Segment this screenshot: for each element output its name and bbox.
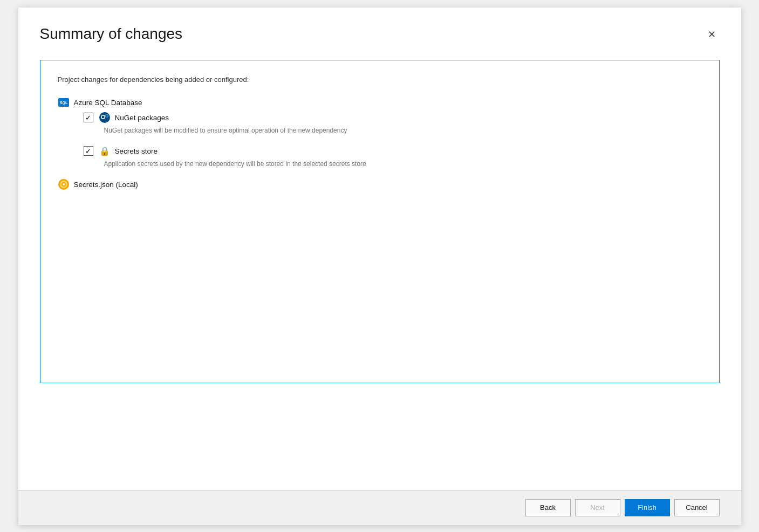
finish-button[interactable]: Finish xyxy=(625,499,670,516)
cancel-button[interactable]: Cancel xyxy=(674,499,720,516)
azure-sql-icon: SQL xyxy=(58,96,70,108)
close-button[interactable]: ✕ xyxy=(705,27,720,42)
nuget-icon xyxy=(99,112,111,123)
dialog-footer: Back Next Finish Cancel xyxy=(18,490,741,525)
dialog: Summary of changes ✕ Project changes for… xyxy=(18,8,741,525)
azure-sql-svg: SQL xyxy=(58,96,70,108)
secrets-checkbox[interactable]: ✓ xyxy=(84,146,93,156)
svg-point-10 xyxy=(63,183,65,185)
secrets-checkmark: ✓ xyxy=(85,148,91,155)
dialog-header: Summary of changes ✕ xyxy=(18,8,741,52)
secrets-row: ✓ 🔒 Secrets store xyxy=(84,145,702,157)
nuget-row: ✓ xyxy=(84,112,702,123)
svg-point-6 xyxy=(106,115,108,117)
nuget-description: NuGet packages will be modified to ensur… xyxy=(99,126,702,135)
secrets-json-item: Secrets.json (Local) xyxy=(58,178,702,190)
secrets-description: Application secrets used by the new depe… xyxy=(99,159,702,169)
secrets-store-icon: 🔒 xyxy=(99,145,111,157)
description-text: Project changes for dependencies being a… xyxy=(58,75,702,84)
dialog-title: Summary of changes xyxy=(40,25,183,43)
dialog-body: Project changes for dependencies being a… xyxy=(18,51,741,489)
nuget-checkmark: ✓ xyxy=(85,114,91,121)
secrets-item: ✓ 🔒 Secrets store Application secrets us… xyxy=(84,145,702,169)
azure-sql-root: SQL Azure SQL Database ✓ xyxy=(58,96,702,169)
nuget-label: NuGet packages xyxy=(115,114,169,122)
azure-sql-item: SQL Azure SQL Database xyxy=(58,96,702,108)
secrets-json-svg xyxy=(58,178,70,190)
child-items: ✓ xyxy=(84,112,702,169)
svg-text:SQL: SQL xyxy=(59,101,67,105)
content-box: Project changes for dependencies being a… xyxy=(40,60,720,383)
nuget-item: ✓ xyxy=(84,112,702,135)
back-button[interactable]: Back xyxy=(525,499,571,516)
next-button[interactable]: Next xyxy=(575,499,620,516)
svg-point-4 xyxy=(101,116,104,119)
secrets-json-icon xyxy=(58,178,70,190)
secrets-label: Secrets store xyxy=(115,147,158,155)
secrets-json-label: Secrets.json (Local) xyxy=(74,181,138,189)
nuget-svg xyxy=(99,112,111,123)
nuget-checkbox[interactable]: ✓ xyxy=(84,113,93,122)
azure-sql-label: Azure SQL Database xyxy=(74,99,142,107)
